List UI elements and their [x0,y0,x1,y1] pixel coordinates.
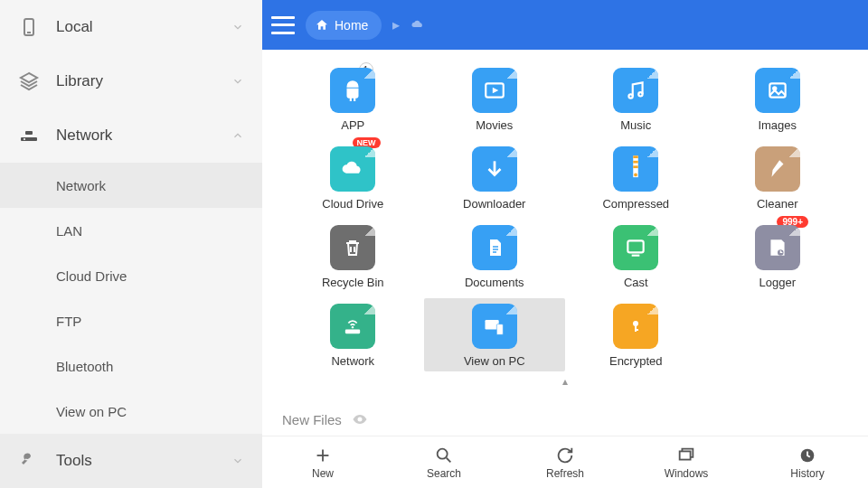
svg-rect-27 [496,324,503,335]
svg-line-34 [447,457,451,462]
tile-documents[interactable]: Documents [424,220,566,293]
bottom-windows[interactable]: Windows [626,436,747,488]
stack-icon [18,70,40,92]
collapse-caret-icon[interactable]: ▴ [282,375,848,388]
bottom-refresh[interactable]: Refresh [505,436,626,488]
windows-icon [676,446,696,465]
tile-compressed[interactable]: Compressed [565,141,707,214]
svg-rect-16 [634,165,639,168]
tile-cloud[interactable]: NEW Cloud Drive [282,141,424,214]
svg-rect-3 [21,137,37,141]
sidebar-label: Network [56,127,231,145]
zip-icon [626,155,646,183]
home-grid: 1 APP Movies Music Images NEW Cloud Driv… [282,62,848,371]
grid-area: 1 APP Movies Music Images NEW Cloud Driv… [262,50,868,436]
svg-rect-10 [769,83,785,97]
sidebar-item-library[interactable]: Library [0,54,262,108]
tile-images[interactable]: Images [707,62,849,136]
play-icon [483,79,506,102]
sidebar-label: Library [56,72,231,90]
svg-marker-7 [493,88,499,94]
sidebar-item-local[interactable]: Local [0,0,262,54]
sidebar-sub-network[interactable]: Network [0,163,262,208]
tile-downloader[interactable]: Downloader [424,141,566,214]
tile-cast[interactable]: Cast [565,220,707,293]
sidebar-sub-bluetooth[interactable]: Bluetooth [0,343,262,389]
sidebar-label: Tools [56,452,231,470]
lock-icon [625,315,646,337]
tile-cleaner[interactable]: Cleaner [707,141,849,214]
sidebar-item-tools[interactable]: Tools [0,434,262,488]
svg-point-4 [24,138,25,140]
clock-icon [797,446,817,465]
chevron-down-icon [231,21,244,33]
svg-point-9 [639,92,643,96]
cloud-icon [410,18,425,33]
svg-point-8 [629,94,633,98]
svg-rect-15 [634,161,639,164]
pc-phone-icon [482,314,507,339]
sidebar: Local Library Network Network LAN Cloud … [0,0,262,488]
breadcrumb-sep-icon: ▸ [392,16,400,33]
bottom-history[interactable]: History [747,436,868,488]
main: Home ▸ 1 APP Movies Music Images [262,0,868,488]
svg-rect-25 [345,330,360,334]
music-icon [624,79,647,102]
document-icon [484,237,505,258]
topbar: Home ▸ [262,0,868,50]
sidebar-label: Local [56,18,231,36]
home-icon [315,18,329,33]
home-breadcrumb[interactable]: Home [306,11,382,40]
tile-movies[interactable]: Movies [424,62,566,136]
bottombar: New Search Refresh Windows History [262,436,868,488]
wrench-icon [18,450,40,472]
eye-icon [351,410,369,428]
cloud-icon [340,156,365,182]
phone-icon [18,16,40,38]
tile-logger[interactable]: 999+ Logger [707,220,849,293]
sidebar-item-network[interactable]: Network [0,108,262,163]
tile-recycle[interactable]: Recycle Bin [282,220,424,293]
tile-app[interactable]: 1 APP [282,62,424,136]
image-icon [766,79,789,102]
log-icon [766,236,789,259]
svg-point-17 [634,174,637,177]
network-icon [18,125,40,146]
tile-network[interactable]: Network [282,298,424,371]
menu-icon[interactable] [271,16,295,34]
search-icon [434,446,454,465]
sidebar-sub-viewpc[interactable]: View on PC [0,389,262,434]
new-files-heading[interactable]: New Files [282,410,369,428]
sidebar-sub-lan[interactable]: LAN [0,208,262,253]
cast-icon [624,236,647,259]
broom-icon [766,157,789,181]
plus-icon [313,446,333,465]
bottom-new[interactable]: New [262,436,383,488]
svg-point-24 [352,326,354,328]
svg-marker-2 [21,73,37,82]
svg-rect-35 [680,451,691,459]
sidebar-sub-ftp[interactable]: FTP [0,298,262,343]
chevron-down-icon [231,75,244,88]
android-icon [341,79,364,102]
sidebar-sub-cloud[interactable]: Cloud Drive [0,253,262,298]
chevron-down-icon [231,455,244,467]
chevron-up-icon [231,129,244,142]
tile-viewpc[interactable]: View on PC [424,298,566,371]
tile-music[interactable]: Music [565,62,707,136]
bottom-search[interactable]: Search [383,436,505,488]
svg-rect-30 [635,329,638,331]
trash-icon [342,237,363,258]
svg-rect-14 [634,155,639,158]
tile-encrypted[interactable]: Encrypted [565,298,707,371]
svg-rect-5 [25,131,33,135]
svg-point-33 [438,448,448,458]
download-icon [483,157,506,181]
router-icon [340,314,365,339]
refresh-icon [555,446,575,465]
svg-rect-21 [628,240,644,252]
